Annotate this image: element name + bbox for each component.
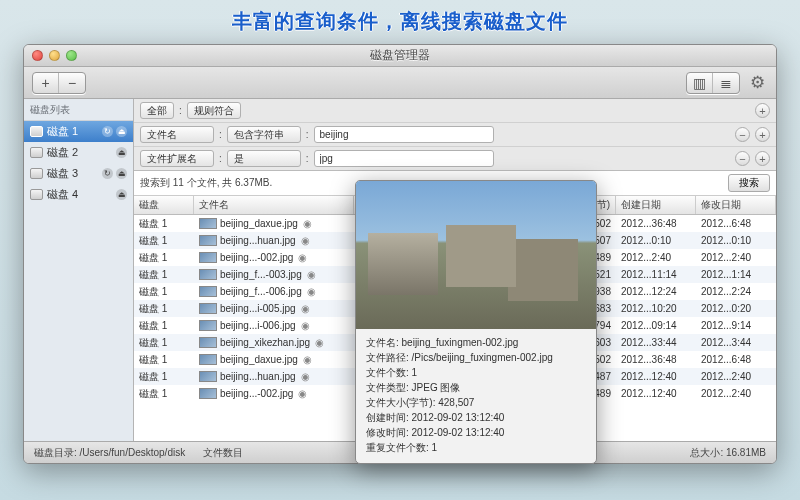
status-count-label: 文件数目: [203, 446, 243, 460]
cell-created: 2012...2:40: [616, 252, 696, 263]
filter-field-select[interactable]: 文件名: [140, 126, 214, 143]
cell-disk: 磁盘 1: [134, 353, 194, 367]
filter-field-select[interactable]: 文件扩展名: [140, 150, 214, 167]
cell-disk: 磁盘 1: [134, 251, 194, 265]
cell-modified: 2012...2:40: [696, 371, 776, 382]
col-modified[interactable]: 修改日期: [696, 196, 776, 214]
thumbnail-icon: [199, 218, 217, 229]
cell-modified: 2012...0:10: [696, 235, 776, 246]
eject-icon[interactable]: ⏏: [116, 168, 127, 179]
sidebar-item-label: 磁盘 3: [47, 166, 78, 181]
cell-name: beijing_daxue.jpg◉: [194, 218, 354, 229]
add-button[interactable]: +: [33, 73, 59, 93]
preview-field: 创建时间: 2012-09-02 13:12:40: [366, 410, 586, 425]
eject-icon[interactable]: ⏏: [116, 147, 127, 158]
quicklook-icon[interactable]: ◉: [307, 269, 316, 280]
thumbnail-icon: [199, 371, 217, 382]
sidebar-item-disk-3[interactable]: 磁盘 3↻⏏: [24, 163, 133, 184]
cell-created: 2012...12:40: [616, 388, 696, 399]
sidebar-item-disk-1[interactable]: 磁盘 1↻⏏: [24, 121, 133, 142]
cell-modified: 2012...1:14: [696, 269, 776, 280]
gear-icon[interactable]: ⚙: [746, 72, 768, 94]
remove-rule-button[interactable]: −: [735, 127, 750, 142]
add-rule-button[interactable]: +: [755, 103, 770, 118]
preview-field: 文件类型: JPEG 图像: [366, 380, 586, 395]
promo-banner: 丰富的查询条件，离线搜索磁盘文件: [0, 0, 800, 41]
quicklook-icon[interactable]: ◉: [303, 354, 312, 365]
quicklook-icon[interactable]: ◉: [301, 303, 310, 314]
cell-modified: 2012...2:40: [696, 252, 776, 263]
cell-created: 2012...12:40: [616, 371, 696, 382]
sidebar-item-disk-2[interactable]: 磁盘 2⏏: [24, 142, 133, 163]
result-summary: 搜索到 11 个文件, 共 6.37MB.: [140, 176, 272, 190]
view-list-icon[interactable]: ≣: [713, 73, 739, 93]
quicklook-icon[interactable]: ◉: [301, 235, 310, 246]
filter-value-input[interactable]: [314, 126, 494, 143]
thumbnail-icon: [199, 286, 217, 297]
scope-select[interactable]: 全部: [140, 102, 174, 119]
scope-mode-select[interactable]: 规则符合: [187, 102, 241, 119]
quicklook-icon[interactable]: ◉: [301, 371, 310, 382]
cell-modified: 2012...2:40: [696, 388, 776, 399]
preview-field: 文件名: beijing_fuxingmen-002.jpg: [366, 335, 586, 350]
cell-name: beijing_xikezhan.jpg◉: [194, 337, 354, 348]
quicklook-icon[interactable]: ◉: [307, 286, 316, 297]
sidebar-item-label: 磁盘 4: [47, 187, 78, 202]
disk-icon: [30, 126, 43, 137]
sidebar-item-disk-4[interactable]: 磁盘 4⏏: [24, 184, 133, 205]
toolbar: + − ▥ ≣ ⚙: [24, 67, 776, 99]
preview-field: 文件个数: 1: [366, 365, 586, 380]
cell-created: 2012...36:48: [616, 218, 696, 229]
cell-modified: 2012...2:24: [696, 286, 776, 297]
cell-disk: 磁盘 1: [134, 234, 194, 248]
add-rule-button[interactable]: +: [755, 151, 770, 166]
cell-name: beijing_f...-003.jpg◉: [194, 269, 354, 280]
search-button[interactable]: 搜索: [728, 174, 770, 192]
remove-button[interactable]: −: [59, 73, 85, 93]
quicklook-icon[interactable]: ◉: [303, 218, 312, 229]
col-disk[interactable]: 磁盘: [134, 196, 194, 214]
cell-created: 2012...10:20: [616, 303, 696, 314]
thumbnail-icon: [199, 337, 217, 348]
filter-op-select[interactable]: 包含字符串: [227, 126, 301, 143]
refresh-icon[interactable]: ↻: [102, 168, 113, 179]
cell-name: beijing...huan.jpg◉: [194, 235, 354, 246]
preview-field: 文件大小(字节): 428,507: [366, 395, 586, 410]
sidebar: 磁盘列表 磁盘 1↻⏏磁盘 2⏏磁盘 3↻⏏磁盘 4⏏: [24, 99, 134, 441]
quicklook-icon[interactable]: ◉: [298, 388, 307, 399]
cell-name: beijing_f...-006.jpg◉: [194, 286, 354, 297]
cell-modified: 2012...3:44: [696, 337, 776, 348]
cell-disk: 磁盘 1: [134, 217, 194, 231]
preview-image: [356, 181, 596, 329]
filter-value-input[interactable]: [314, 150, 494, 167]
eject-icon[interactable]: ⏏: [116, 189, 127, 200]
thumbnail-icon: [199, 303, 217, 314]
sidebar-item-label: 磁盘 2: [47, 145, 78, 160]
cell-modified: 2012...6:48: [696, 218, 776, 229]
eject-icon[interactable]: ⏏: [116, 126, 127, 137]
disk-icon: [30, 168, 43, 179]
thumbnail-icon: [199, 354, 217, 365]
cell-name: beijing...i-006.jpg◉: [194, 320, 354, 331]
window-title: 磁盘管理器: [24, 47, 776, 64]
remove-rule-button[interactable]: −: [735, 151, 750, 166]
col-name[interactable]: 文件名: [194, 196, 354, 214]
quicklook-icon[interactable]: ◉: [301, 320, 310, 331]
quicklook-icon[interactable]: ◉: [315, 337, 324, 348]
col-created[interactable]: 创建日期: [616, 196, 696, 214]
filter-op-select[interactable]: 是: [227, 150, 301, 167]
quicklook-icon[interactable]: ◉: [298, 252, 307, 263]
cell-name: beijing...i-005.jpg◉: [194, 303, 354, 314]
cell-modified: 2012...9:14: [696, 320, 776, 331]
titlebar[interactable]: 磁盘管理器: [24, 45, 776, 67]
cell-modified: 2012...6:48: [696, 354, 776, 365]
cell-created: 2012...36:48: [616, 354, 696, 365]
cell-created: 2012...33:44: [616, 337, 696, 348]
cell-disk: 磁盘 1: [134, 302, 194, 316]
cell-disk: 磁盘 1: [134, 387, 194, 401]
disk-icon: [30, 189, 43, 200]
add-rule-button[interactable]: +: [755, 127, 770, 142]
refresh-icon[interactable]: ↻: [102, 126, 113, 137]
view-columns-icon[interactable]: ▥: [687, 73, 713, 93]
status-path-label: 磁盘目录:: [34, 447, 77, 458]
